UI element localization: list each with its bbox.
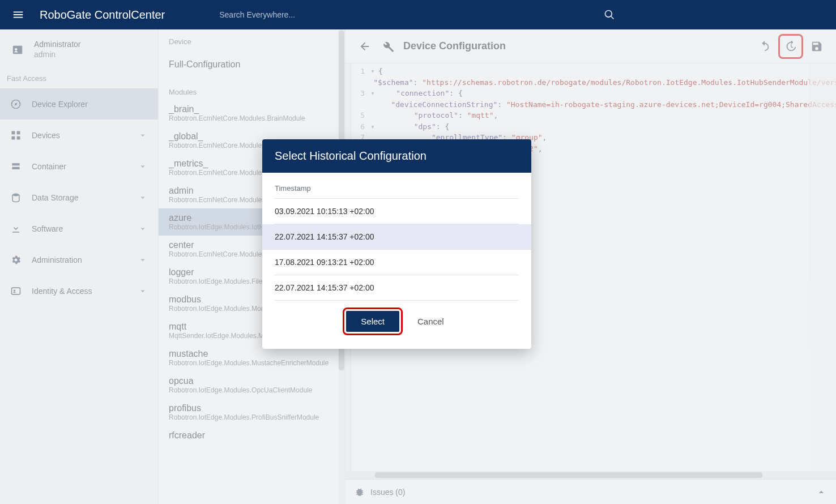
history-dialog: Select Historical Configuration Timestam…: [262, 139, 531, 349]
history-row[interactable]: 17.08.2021 09:13:21 +02:00: [275, 250, 519, 275]
dialog-column-header: Timestamp: [275, 181, 519, 199]
appbar: RoboGate ControlCenter Search Everywhere…: [0, 0, 836, 29]
dialog-title: Select Historical Configuration: [262, 139, 531, 173]
history-row[interactable]: 22.07.2021 14:15:37 +02:00: [275, 275, 519, 301]
global-search[interactable]: Search Everywhere...: [209, 0, 829, 29]
search-placeholder: Search Everywhere...: [219, 10, 295, 19]
cancel-button[interactable]: Cancel: [414, 316, 447, 327]
menu-icon[interactable]: [7, 3, 29, 26]
select-button[interactable]: Select: [346, 311, 399, 332]
app-title: RoboGate ControlCenter: [40, 8, 199, 22]
history-row[interactable]: 22.07.2021 14:15:37 +02:00: [262, 224, 531, 250]
history-row[interactable]: 03.09.2021 10:15:13 +02:00: [275, 199, 519, 224]
search-icon: [604, 9, 615, 20]
